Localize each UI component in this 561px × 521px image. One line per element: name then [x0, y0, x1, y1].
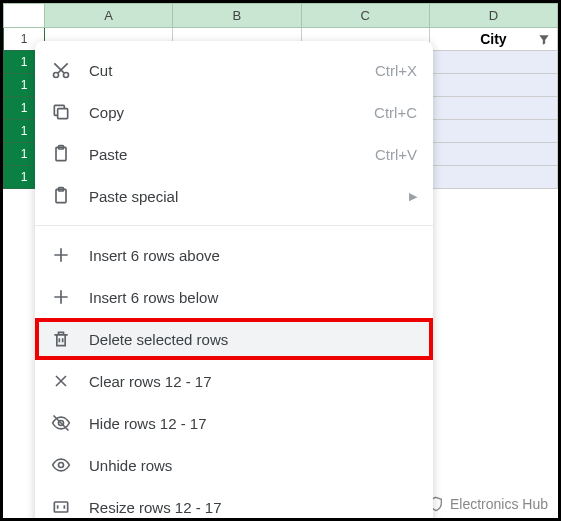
menu-label: Insert 6 rows above [89, 247, 417, 264]
cell[interactable] [429, 166, 557, 189]
watermark: Electronics Hub [428, 496, 548, 512]
menu-label: Copy [89, 104, 374, 121]
svg-rect-9 [54, 502, 67, 512]
menu-shortcut: Ctrl+C [374, 104, 417, 121]
svg-rect-2 [58, 109, 68, 119]
menu-label: Paste special [89, 188, 409, 205]
chevron-right-icon: ▶ [409, 190, 417, 203]
corner-cell[interactable] [4, 4, 45, 28]
cell[interactable] [429, 120, 557, 143]
col-header-a[interactable]: A [45, 4, 173, 28]
menu-copy[interactable]: Copy Ctrl+C [35, 91, 433, 133]
menu-clear-rows[interactable]: Clear rows 12 - 17 [35, 360, 433, 402]
paste-icon [51, 144, 71, 164]
trash-icon [51, 329, 71, 349]
col-header-d[interactable]: D [429, 4, 557, 28]
watermark-text: Electronics Hub [450, 496, 548, 512]
menu-divider [35, 225, 433, 226]
cell[interactable] [429, 143, 557, 166]
eye-icon [51, 455, 71, 475]
cell[interactable] [429, 74, 557, 97]
hide-icon [51, 413, 71, 433]
svg-point-1 [64, 73, 69, 78]
filter-icon[interactable] [537, 33, 551, 45]
cell-d1[interactable]: City [429, 28, 557, 51]
resize-icon [51, 497, 71, 517]
city-label: City [480, 31, 506, 47]
menu-label: Clear rows 12 - 17 [89, 373, 417, 390]
cut-icon [51, 60, 71, 80]
menu-label: Delete selected rows [89, 331, 417, 348]
cell[interactable] [429, 51, 557, 74]
menu-unhide-rows[interactable]: Unhide rows [35, 444, 433, 486]
close-icon [51, 371, 71, 391]
menu-shortcut: Ctrl+X [375, 62, 417, 79]
menu-resize-rows[interactable]: Resize rows 12 - 17 [35, 486, 433, 521]
menu-insert-above[interactable]: Insert 6 rows above [35, 234, 433, 276]
menu-insert-below[interactable]: Insert 6 rows below [35, 276, 433, 318]
paste-special-icon [51, 186, 71, 206]
col-header-c[interactable]: C [301, 4, 429, 28]
menu-paste[interactable]: Paste Ctrl+V [35, 133, 433, 175]
menu-paste-special[interactable]: Paste special ▶ [35, 175, 433, 217]
menu-cut[interactable]: Cut Ctrl+X [35, 49, 433, 91]
menu-delete-rows[interactable]: Delete selected rows [35, 318, 433, 360]
menu-shortcut: Ctrl+V [375, 146, 417, 163]
menu-hide-rows[interactable]: Hide rows 12 - 17 [35, 402, 433, 444]
copy-icon [51, 102, 71, 122]
svg-point-0 [54, 73, 59, 78]
menu-label: Unhide rows [89, 457, 417, 474]
svg-point-8 [59, 463, 64, 468]
menu-label: Resize rows 12 - 17 [89, 499, 417, 516]
plus-icon [51, 287, 71, 307]
context-menu: Cut Ctrl+X Copy Ctrl+C Paste Ctrl+V Past… [35, 41, 433, 521]
plus-icon [51, 245, 71, 265]
cell[interactable] [429, 97, 557, 120]
menu-label: Paste [89, 146, 375, 163]
col-header-b[interactable]: B [173, 4, 301, 28]
menu-label: Cut [89, 62, 375, 79]
menu-label: Insert 6 rows below [89, 289, 417, 306]
menu-label: Hide rows 12 - 17 [89, 415, 417, 432]
